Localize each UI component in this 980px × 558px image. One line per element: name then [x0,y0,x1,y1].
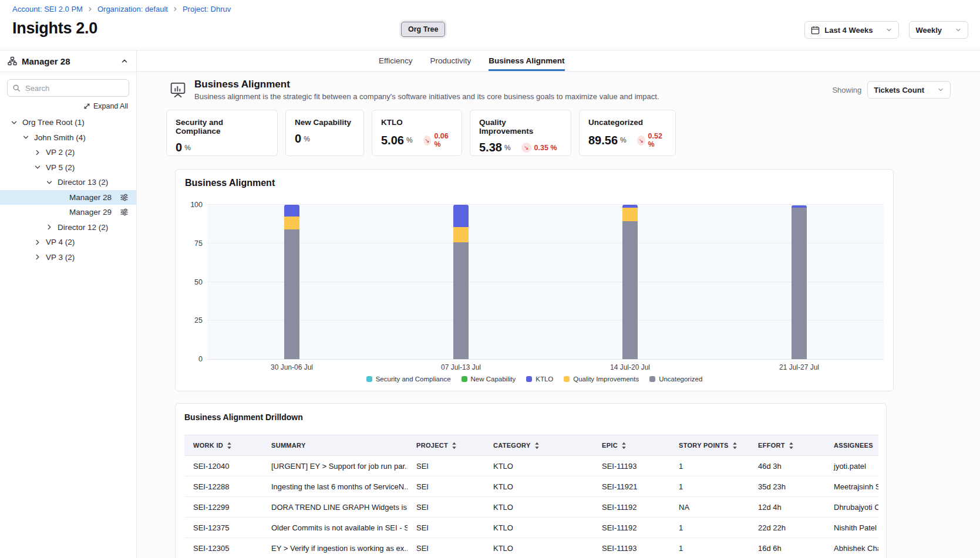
chevron-down-icon[interactable] [33,163,42,171]
table-cell: SEI-12375 [184,518,262,538]
table-row[interactable]: SEI-12305EY > Verify if ingestion is wor… [184,538,878,558]
tree-item[interactable]: VP 5 (2) [0,160,136,175]
collapse-sidebar-icon[interactable] [120,57,129,65]
bar-segment-uncategorized [792,208,807,359]
table-cell: Dhrubajyoti Chakraborty [825,497,878,518]
header-controls: Last 4 Weeks Weekly [804,21,968,39]
tree-item[interactable]: Director 12 (2) [0,220,136,235]
column-header-epic[interactable]: EPIC [593,435,670,456]
tree-item[interactable]: VP 4 (2) [0,235,136,250]
column-header-story-points[interactable]: STORY POINTS [670,435,749,456]
chevron-right-icon[interactable] [33,148,42,157]
table-cell: jyoti.patel [825,456,878,476]
column-header-project[interactable]: PROJECT [408,435,484,456]
chart-card: Business Alignment 0255075100 30 Jun-06 … [175,169,894,391]
sort-icon[interactable] [227,442,232,449]
stat-card: KTLO5.06%↘0.06 % [372,110,462,156]
presentation-chart-icon [169,80,187,99]
sort-icon[interactable] [621,442,627,449]
table-cell: SEI [408,497,484,518]
y-axis-tick-label: 25 [185,316,203,324]
chevron-down-icon[interactable] [45,178,54,187]
table-row[interactable]: SEI-12375Older Commits is not available … [184,518,878,538]
tree-item[interactable]: Manager 28 [0,190,136,205]
table-cell: EY > Verify if ingestion is working as e… [262,538,408,558]
legend-item[interactable]: Uncategorized [649,376,702,383]
tree-item[interactable]: John Smith (4) [0,130,136,146]
tree-item[interactable]: Director 13 (2) [0,175,136,190]
column-header-effort[interactable]: EFFORT [749,435,825,456]
stat-value: 5.38 [479,141,502,154]
tree-item-label: VP 3 (2) [46,253,75,262]
tab-business-alignment[interactable]: Business Alignment [489,50,564,71]
showing-select[interactable]: Tickets Count [867,81,951,99]
sliders-icon[interactable] [120,208,129,217]
table-cell: DORA TREND LINE GRAPH Widgets is n... [262,497,408,518]
sort-icon[interactable] [452,442,457,449]
breadcrumb-separator-icon [172,6,179,12]
sliders-icon[interactable] [120,193,129,202]
table-row[interactable]: SEI-12288Ingesting the last 6 months of … [184,476,878,497]
tree-item[interactable]: Manager 29 [0,205,136,220]
section-title: Business Alignment [194,79,659,90]
tree-item-label: Manager 28 [69,193,112,202]
bar-segment-uncategorized [622,221,638,359]
stat-value: 0 [295,132,301,146]
column-header-inner: EFFORT [758,442,825,449]
granularity-select[interactable]: Weekly [909,21,968,39]
tree-item[interactable]: Org Tree Root (1) [0,115,136,130]
sort-icon[interactable] [534,442,540,449]
bar-segment-quality-improvements [284,217,299,229]
table-row[interactable]: SEI-12299DORA TREND LINE GRAPH Widgets i… [184,497,878,518]
legend-item[interactable]: KTLO [526,376,553,383]
table-cell: 46d 3h [749,456,825,476]
legend-item[interactable]: Security and Compliance [366,376,451,383]
breadcrumb-separator-icon [87,6,93,12]
stat-card-title: Quality Improvements [479,118,562,136]
chevron-down-icon [955,26,962,33]
breadcrumb-link[interactable]: Project: Dhruv [183,5,231,13]
chevron-down-icon [885,26,893,33]
legend-label: KTLO [536,376,553,383]
search-input[interactable] [7,79,129,97]
tree-item[interactable]: VP 2 (2) [0,145,136,160]
legend-item[interactable]: Quality Improvements [564,376,639,383]
x-axis-category-label: 14 Jul-20 Jul [610,363,650,371]
chevron-right-icon[interactable] [45,223,54,231]
tab-productivity[interactable]: Productivity [430,50,472,71]
column-header-work-id[interactable]: WORK ID [184,435,262,456]
breadcrumb: Account: SEI 2.0 PMOrganization: default… [12,5,231,13]
breadcrumb-link[interactable]: Account: SEI 2.0 PM [12,5,83,13]
tree-item[interactable]: VP 3 (2) [0,250,136,265]
gridline [207,282,884,282]
granularity-value: Weekly [915,26,942,35]
chevron-right-icon[interactable] [33,238,42,246]
drilldown-title: Business Alignment Drilldown [184,412,877,422]
chart-plot [207,205,884,360]
tree-item-label: John Smith (4) [34,133,86,142]
table-row[interactable]: SEI-12040[URGENT] EY > Support for job r… [184,456,878,476]
stat-delta-badge: ↘0.35 % [521,143,557,153]
stat-value-row: 89.56%↘0.52 % [588,132,666,148]
chevron-down-icon[interactable] [21,133,31,141]
x-axis-category-label: 07 Jul-13 Jul [441,363,481,371]
tab-efficiency[interactable]: Efficiency [379,50,413,71]
column-header-inner: CATEGORY [493,442,593,449]
sort-icon[interactable] [732,442,737,449]
chevron-right-icon[interactable] [33,253,42,261]
column-header-category[interactable]: CATEGORY [484,435,593,456]
column-header-inner: ASSIGNEES [834,442,878,449]
org-tree-button[interactable]: Org Tree [401,22,445,37]
sort-icon[interactable] [789,442,794,449]
date-range-select[interactable]: Last 4 Weeks [804,21,899,39]
table-cell: SEI [408,518,484,538]
legend-item[interactable]: New Capability [462,376,516,383]
breadcrumb-link[interactable]: Organization: default [97,5,168,13]
stat-card-title: New Capability [295,118,355,127]
stat-unit: % [406,136,413,144]
chevron-down-icon[interactable] [9,119,19,127]
expand-all-button[interactable]: Expand All [0,102,128,110]
gridline [207,204,884,205]
stat-value: 5.06 [381,134,404,147]
legend-label: New Capability [471,376,516,383]
